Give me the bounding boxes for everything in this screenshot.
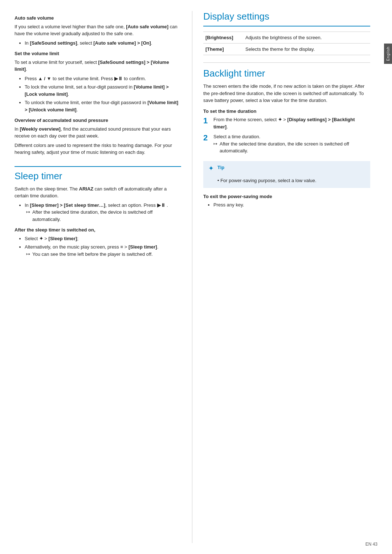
display-divider (203, 26, 370, 26)
volume-limit-section: Set the volume limit To set a volume lim… (15, 50, 181, 113)
list-item: Press any key. (213, 201, 370, 209)
exit-list: Press any key. (213, 201, 370, 209)
sub-arrow: You can see the time left before the pla… (26, 251, 181, 258)
overview-para2: Different colors are used to represent t… (15, 142, 181, 156)
list-item: To unlock the volume limit, enter the fo… (25, 99, 181, 113)
list-item: In [Sleep timer] > [Set sleep timer…], s… (25, 202, 181, 223)
list-item: Alternatively, on the music play screen,… (25, 243, 181, 258)
step-number-2: 2 (203, 133, 213, 143)
overview-heading: Overview of accumulated sound pressure (15, 117, 181, 124)
backlight-timer-para: The screen enters the idle mode, if no n… (203, 83, 370, 104)
main-content: Auto safe volume If you select a volume … (0, 0, 384, 554)
tip-content: • For power-saving purpose, select a low… (217, 170, 317, 184)
list-item: To lock the volume limit, set a four-dig… (25, 83, 181, 98)
step-2-sub-arrow: After the selected time duration, the id… (213, 140, 370, 155)
sleep-divider (15, 166, 181, 167)
to-set-heading: To set the time duration (203, 108, 370, 115)
sleep-timer-section: Sleep timer Switch on the sleep timer. T… (15, 166, 181, 258)
backlight-divider (203, 62, 370, 63)
table-value: Adjusts the brightness of the screen. (243, 32, 370, 44)
exit-heading: To exit the power-saving mode (203, 193, 370, 200)
right-column: Display settings [Brightness] Adjusts th… (192, 11, 370, 543)
display-settings-section: Display settings [Brightness] Adjusts th… (203, 11, 370, 55)
list-item: Select ✦ > [Sleep timer]; (25, 235, 181, 242)
language-tab-label: English (386, 46, 390, 61)
table-key: [Brightness] (203, 32, 243, 44)
page-footer: EN 43 (366, 542, 377, 547)
page-container: English Auto safe volume If you select a… (0, 0, 392, 554)
overview-para1: In [Weekly overview], find the accumulat… (15, 126, 181, 140)
tip-body: Tip • For power-saving purpose, select a… (217, 165, 317, 184)
display-settings-title: Display settings (203, 11, 370, 22)
auto-safe-volume-section: Auto safe volume If you select a volume … (15, 15, 181, 46)
step-2-content: Select a time duration. After the select… (213, 133, 370, 156)
volume-limit-heading: Set the volume limit (15, 50, 181, 57)
auto-safe-volume-para: If you select a volume level higher than… (15, 23, 181, 37)
sleep-timer-list: In [Sleep timer] > [Set sleep timer…], s… (25, 202, 181, 223)
auto-safe-volume-heading: Auto safe volume (15, 15, 181, 22)
list-item: In [SafeSound settings], select [Auto sa… (25, 40, 181, 47)
volume-limit-para: To set a volume limit for yourself, sele… (15, 59, 181, 73)
backlight-timer-section: Backlight timer The screen enters the id… (203, 62, 370, 209)
auto-safe-volume-list: In [SafeSound settings], select [Auto sa… (25, 40, 181, 47)
tip-icon: ✦ (208, 164, 214, 172)
list-item: Press ▲ / ▼ to set the volume limit. Pre… (25, 75, 181, 82)
sleep-timer-para: Switch on the sleep timer. The ARIAZ can… (15, 185, 181, 200)
step-number-1: 1 (203, 116, 213, 126)
step-1: 1 From the Home screen, select ✦ > [Disp… (203, 116, 370, 130)
overview-section: Overview of accumulated sound pressure I… (15, 117, 181, 156)
table-key: [Theme] (203, 44, 243, 55)
table-row: [Theme] Selects the theme for the displa… (203, 44, 370, 55)
language-tab: English (384, 44, 392, 64)
after-sleep-heading: After the sleep timer is switched on, (15, 226, 181, 234)
left-column: Auto safe volume If you select a volume … (15, 11, 192, 543)
table-row: [Brightness] Adjusts the brightness of t… (203, 32, 370, 44)
step-1-content: From the Home screen, select ✦ > [Displa… (213, 116, 370, 130)
tip-box: ✦ Tip • For power-saving purpose, select… (203, 161, 370, 188)
volume-limit-list: Press ▲ / ▼ to set the volume limit. Pre… (25, 75, 181, 114)
table-value: Selects the theme for the display. (243, 44, 370, 55)
tip-label: Tip (217, 165, 224, 170)
display-settings-table: [Brightness] Adjusts the brightness of t… (203, 32, 370, 55)
backlight-timer-title: Backlight timer (203, 68, 370, 79)
step-2: 2 Select a time duration. After the sele… (203, 133, 370, 156)
sub-arrow: After the selected time duration, the de… (26, 209, 181, 223)
after-sleep-list: Select ✦ > [Sleep timer]; Alternatively,… (25, 235, 181, 258)
sleep-timer-title: Sleep timer (15, 171, 181, 182)
page-number: EN 43 (366, 542, 377, 547)
